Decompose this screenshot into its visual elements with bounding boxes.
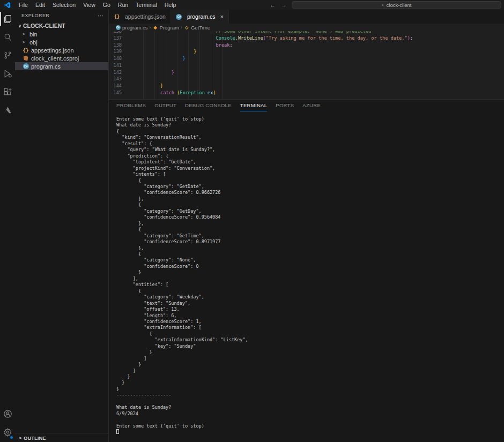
tab-program-cs[interactable]: C#program.cs× — [171, 10, 229, 24]
code-line[interactable]: 143 — [109, 76, 504, 83]
panel-tab-ports[interactable]: PORTS — [276, 100, 294, 111]
menu-run[interactable]: Run — [114, 2, 132, 8]
menu-go[interactable]: Go — [99, 2, 114, 8]
views-more-actions-icon[interactable]: ⋯ — [98, 12, 104, 19]
close-icon[interactable]: × — [220, 13, 223, 20]
code-line[interactable]: 136 // Some other intent (for example, "… — [109, 31, 504, 35]
tab-appsettings-json[interactable]: {}appsettings.json — [109, 10, 171, 24]
line-number: 139 — [109, 48, 127, 55]
panel-tab-terminal[interactable]: TERMINAL — [240, 100, 267, 111]
menu-view[interactable]: View — [79, 2, 99, 8]
bottom-panel: PROBLEMSOUTPUTDEBUG CONSOLETERMINALPORTS… — [109, 99, 504, 442]
code-line[interactable]: 142 } — [109, 69, 504, 76]
code-line[interactable]: 141 — [109, 62, 504, 69]
editor-group: {}appsettings.jsonC#program.cs× C#progra… — [109, 10, 504, 442]
line-number: 138 — [109, 42, 127, 49]
breadcrumb-item[interactable]: program.cs — [122, 25, 148, 31]
chevron-down-icon: ∨ — [17, 24, 23, 28]
line-number: 142 — [109, 69, 127, 76]
breadcrumb-separator: › — [150, 25, 151, 30]
title-bar: FileEditSelectionViewGoRunTerminalHelp ←… — [0, 0, 504, 10]
outline-section[interactable]: > OUTLINE — [15, 433, 108, 442]
menu-edit[interactable]: Edit — [32, 2, 49, 8]
explorer-icon[interactable] — [0, 10, 15, 28]
terminal-output[interactable]: Enter some text ('quit' to stop) What da… — [116, 116, 504, 436]
code-line[interactable]: 137 Console.WriteLine("Try asking me for… — [109, 35, 504, 42]
chevron-right-icon: > — [17, 436, 24, 440]
file-item-obj[interactable]: >obj — [15, 38, 108, 46]
code-text: } — [127, 55, 186, 62]
line-number: 140 — [109, 55, 127, 62]
panel-tab-debug-console[interactable]: DEBUG CONSOLE — [185, 100, 232, 111]
outline-label: OUTLINE — [24, 435, 46, 441]
code-text: } — [127, 69, 174, 76]
panel-tab-azure[interactable]: AZURE — [302, 100, 321, 111]
code-line[interactable]: 144 } — [109, 83, 504, 89]
menu-bar: FileEditSelectionViewGoRunTerminalHelp — [15, 2, 180, 8]
file-item-appsettings-json[interactable]: {}appsettings.json — [15, 46, 108, 54]
menu-file[interactable]: File — [15, 2, 32, 8]
explorer-sidebar: EXPLORER ⋯ ∨ CLOCK-CLIENT >bin>obj{}apps… — [15, 10, 109, 442]
code-text: Console.WriteLine("Try asking me for the… — [127, 35, 413, 42]
chevron-right-icon: > — [23, 40, 28, 44]
file-item-bin[interactable]: >bin — [15, 30, 108, 38]
breadcrumb-item[interactable]: GetTime — [191, 25, 210, 31]
code-line[interactable]: 138 break; — [109, 42, 504, 49]
csharp-icon: C# — [115, 25, 121, 30]
csproj-icon — [23, 55, 29, 62]
line-number: 143 — [109, 76, 127, 83]
menu-help[interactable]: Help — [161, 2, 180, 8]
json-braces-icon: {} — [114, 13, 120, 20]
code-line[interactable]: 140 } — [109, 55, 504, 62]
menu-terminal[interactable]: Terminal — [132, 2, 161, 8]
back-arrow-icon[interactable]: ← — [270, 2, 276, 8]
extensions-icon[interactable] — [0, 83, 15, 101]
editor-tab-bar: {}appsettings.jsonC#program.cs× — [109, 10, 504, 24]
code-text: catch (Exception ex) — [127, 89, 216, 96]
settings-gear-icon[interactable] — [0, 423, 15, 441]
breadcrumb: C#program.cs›◆Program›◇GetTime — [109, 24, 504, 31]
file-item-program-cs[interactable]: C#program.cs — [15, 62, 108, 70]
menu-selection[interactable]: Selection — [49, 2, 79, 8]
csharp-icon: C# — [176, 13, 182, 20]
run-debug-icon[interactable] — [0, 64, 15, 83]
code-line[interactable]: 145 catch (Exception ex) — [109, 89, 504, 96]
file-label: appsettings.json — [31, 47, 74, 54]
folder-root-clock-client[interactable]: ∨ CLOCK-CLIENT — [15, 21, 108, 30]
code-editor[interactable]: 136 // Some other intent (for example, "… — [109, 31, 504, 99]
panel-tab-problems[interactable]: PROBLEMS — [116, 100, 146, 111]
code-text: } — [127, 83, 163, 89]
forward-arrow-icon[interactable]: → — [281, 2, 287, 8]
account-icon[interactable] — [0, 404, 15, 423]
activity-bar — [0, 10, 15, 442]
breadcrumb-separator: › — [181, 25, 182, 30]
vscode-logo-icon — [4, 2, 11, 9]
code-text: break; — [127, 42, 233, 49]
symbol-method-icon: ◇ — [184, 25, 189, 30]
file-label: program.cs — [31, 63, 61, 70]
code-text: // Some other intent (for example, "None… — [127, 31, 371, 35]
line-number: 136 — [109, 31, 127, 35]
command-center-search[interactable]: ⌕ clock-client — [292, 1, 501, 9]
search-icon[interactable] — [0, 28, 15, 46]
breadcrumb-item[interactable]: Program — [160, 25, 179, 31]
tab-label: appsettings.json — [125, 13, 166, 20]
file-item-clock-client-csproj[interactable]: clock_client.csproj — [15, 54, 108, 62]
tab-label: program.cs — [187, 13, 216, 20]
terminal-pane[interactable]: Enter some text ('quit' to stop) What da… — [109, 111, 504, 442]
settings-badge — [10, 436, 13, 439]
file-label: clock_client.csproj — [31, 55, 79, 62]
azure-icon[interactable] — [0, 101, 15, 119]
search-icon: ⌕ — [381, 2, 384, 8]
line-number: 145 — [109, 89, 127, 96]
source-control-icon[interactable] — [0, 46, 15, 64]
chevron-right-icon: > — [23, 32, 28, 36]
folder-root-label: CLOCK-CLIENT — [23, 23, 65, 29]
csharp-icon: C# — [23, 63, 29, 70]
code-line[interactable]: 139 } — [109, 48, 504, 55]
panel-tab-output[interactable]: OUTPUT — [154, 100, 176, 111]
file-label: bin — [29, 31, 38, 38]
file-tree: >bin>obj{}appsettings.jsonclock_client.c… — [15, 30, 108, 70]
sidebar-title: EXPLORER — [21, 13, 49, 18]
symbol-class-icon: ◆ — [153, 25, 158, 30]
